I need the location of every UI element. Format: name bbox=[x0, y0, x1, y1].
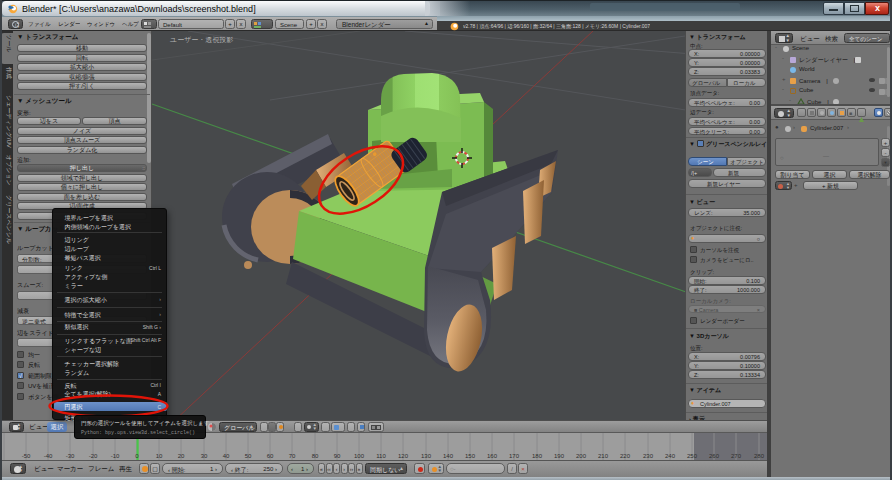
svg-text:110: 110 bbox=[376, 453, 386, 459]
svg-text:240: 240 bbox=[665, 453, 676, 459]
svg-text:210: 210 bbox=[598, 453, 609, 459]
svg-text:160: 160 bbox=[487, 453, 498, 459]
svg-text:170: 170 bbox=[509, 453, 520, 459]
svg-text:20: 20 bbox=[178, 453, 185, 459]
svg-text:0: 0 bbox=[135, 453, 139, 459]
svg-text:80: 80 bbox=[312, 453, 319, 459]
svg-text:270: 270 bbox=[731, 453, 742, 459]
svg-text:70: 70 bbox=[289, 453, 296, 459]
svg-text:90: 90 bbox=[334, 453, 341, 459]
svg-text:100: 100 bbox=[354, 453, 365, 459]
svg-text:40: 40 bbox=[223, 453, 230, 459]
svg-text:190: 190 bbox=[554, 453, 565, 459]
svg-text:120: 120 bbox=[398, 453, 409, 459]
svg-text:150: 150 bbox=[465, 453, 476, 459]
svg-text:ユーザー・透視投影: ユーザー・透視投影 bbox=[170, 36, 233, 44]
svg-text:180: 180 bbox=[532, 453, 543, 459]
svg-text:-10: -10 bbox=[111, 453, 120, 459]
svg-text:200: 200 bbox=[576, 453, 587, 459]
svg-text:10: 10 bbox=[156, 453, 163, 459]
svg-text:230: 230 bbox=[643, 453, 654, 459]
svg-text:60: 60 bbox=[267, 453, 274, 459]
svg-text:30: 30 bbox=[201, 453, 208, 459]
svg-text:250: 250 bbox=[687, 453, 698, 459]
svg-text:50: 50 bbox=[245, 453, 252, 459]
svg-text:-50: -50 bbox=[22, 453, 31, 459]
svg-text:-30: -30 bbox=[66, 453, 75, 459]
svg-text:140: 140 bbox=[443, 453, 454, 459]
svg-text:260: 260 bbox=[709, 453, 720, 459]
svg-text:-40: -40 bbox=[44, 453, 53, 459]
svg-text:280: 280 bbox=[754, 453, 765, 459]
svg-text:220: 220 bbox=[620, 453, 631, 459]
svg-text:130: 130 bbox=[421, 453, 432, 459]
svg-text:-20: -20 bbox=[89, 453, 98, 459]
